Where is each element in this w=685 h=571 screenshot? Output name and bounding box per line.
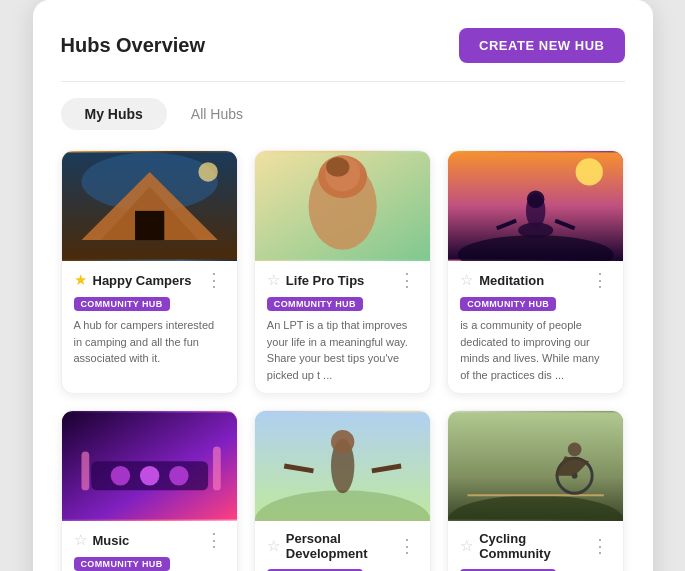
hub-image-personal-development: [255, 411, 430, 521]
hub-grid: ★Happy Campers⋮COMMUNITY HUBA hub for ca…: [61, 150, 625, 571]
hub-title-left-music: ☆Music: [74, 531, 130, 549]
svg-point-16: [527, 190, 545, 208]
tabs-bar: My Hubs All Hubs: [61, 98, 625, 130]
hub-title-text: Life Pro Tips: [286, 273, 365, 288]
hub-title-text: Happy Campers: [93, 273, 192, 288]
hub-title-row-cycling-community: ☆Cycling Community⋮: [460, 531, 611, 561]
hub-image-happy-campers: [62, 151, 237, 261]
hub-badge: COMMUNITY HUB: [74, 297, 170, 311]
hub-title-left-personal-development: ☆Personal Development: [267, 531, 396, 561]
hub-card-life-pro-tips: ☆Life Pro Tips⋮COMMUNITY HUBAn LPT is a …: [254, 150, 431, 394]
hub-body-music: ☆Music⋮COMMUNITY HUBA discussion on all …: [62, 521, 237, 571]
tab-my-hubs[interactable]: My Hubs: [61, 98, 167, 130]
header: Hubs Overview CREATE NEW HUB: [61, 28, 625, 63]
hub-card-meditation: ☆Meditation⋮COMMUNITY HUBis a community …: [447, 150, 624, 394]
svg-point-10: [326, 157, 349, 176]
star-filled-icon[interactable]: ★: [74, 271, 87, 289]
hub-image-music: [62, 411, 237, 521]
hub-description: is a community of people dedicated to im…: [460, 317, 611, 383]
hub-more-icon[interactable]: ⋮: [396, 271, 418, 289]
hub-body-happy-campers: ★Happy Campers⋮COMMUNITY HUBA hub for ca…: [62, 261, 237, 377]
hub-body-life-pro-tips: ☆Life Pro Tips⋮COMMUNITY HUBAn LPT is a …: [255, 261, 430, 393]
star-empty-icon[interactable]: ☆: [267, 537, 280, 555]
hub-badge: COMMUNITY HUB: [460, 297, 556, 311]
hub-image-life-pro-tips: [255, 151, 430, 261]
svg-rect-4: [135, 211, 164, 240]
hub-more-icon[interactable]: ⋮: [589, 271, 611, 289]
hub-title-row-music: ☆Music⋮: [74, 531, 225, 549]
hub-title-row-personal-development: ☆Personal Development⋮: [267, 531, 418, 561]
svg-point-21: [110, 466, 129, 485]
svg-point-22: [139, 466, 158, 485]
hub-image-meditation: [448, 151, 623, 261]
hub-title-row-meditation: ☆Meditation⋮: [460, 271, 611, 289]
svg-point-13: [576, 158, 603, 185]
svg-point-5: [198, 162, 217, 181]
hub-more-icon[interactable]: ⋮: [396, 537, 418, 555]
hub-body-meditation: ☆Meditation⋮COMMUNITY HUBis a community …: [448, 261, 623, 393]
hub-description: An LPT is a tip that improves your life …: [267, 317, 418, 383]
header-divider: [61, 81, 625, 82]
hub-description: A hub for campers interested in camping …: [74, 317, 225, 367]
hub-badge: COMMUNITY HUB: [267, 297, 363, 311]
hub-image-cycling-community: [448, 411, 623, 521]
hub-card-cycling-community: ☆Cycling Community⋮COMMUNITY HUBFor thos…: [447, 410, 624, 571]
star-empty-icon[interactable]: ☆: [460, 537, 473, 555]
hub-more-icon[interactable]: ⋮: [203, 531, 225, 549]
hub-title-text: Cycling Community: [479, 531, 589, 561]
tab-all-hubs[interactable]: All Hubs: [167, 98, 267, 130]
create-new-hub-button[interactable]: CREATE NEW HUB: [459, 28, 624, 63]
hub-card-happy-campers: ★Happy Campers⋮COMMUNITY HUBA hub for ca…: [61, 150, 238, 394]
hub-card-personal-development: ☆Personal Development⋮COMMUNITY HUBSelf …: [254, 410, 431, 571]
hubs-overview-panel: Hubs Overview CREATE NEW HUB My Hubs All…: [33, 0, 653, 571]
hub-title-text: Meditation: [479, 273, 544, 288]
hub-title-text: Music: [93, 533, 130, 548]
hub-title-left-happy-campers: ★Happy Campers: [74, 271, 192, 289]
star-empty-icon[interactable]: ☆: [267, 271, 280, 289]
hub-body-personal-development: ☆Personal Development⋮COMMUNITY HUBSelf …: [255, 521, 430, 571]
star-empty-icon[interactable]: ☆: [460, 271, 473, 289]
svg-rect-25: [212, 447, 220, 491]
hub-more-icon[interactable]: ⋮: [203, 271, 225, 289]
hub-more-icon[interactable]: ⋮: [589, 537, 611, 555]
hub-title-row-life-pro-tips: ☆Life Pro Tips⋮: [267, 271, 418, 289]
hub-body-cycling-community: ☆Cycling Community⋮COMMUNITY HUBFor thos…: [448, 521, 623, 571]
svg-point-38: [568, 443, 582, 457]
hub-title-left-cycling-community: ☆Cycling Community: [460, 531, 589, 561]
hub-title-row-happy-campers: ★Happy Campers⋮: [74, 271, 225, 289]
star-empty-icon[interactable]: ☆: [74, 531, 87, 549]
hub-title-text: Personal Development: [286, 531, 396, 561]
svg-point-29: [331, 430, 354, 453]
hub-title-left-meditation: ☆Meditation: [460, 271, 544, 289]
page-title: Hubs Overview: [61, 34, 206, 57]
hub-card-music: ☆Music⋮COMMUNITY HUBA discussion on all …: [61, 410, 238, 571]
hub-badge: COMMUNITY HUB: [74, 557, 170, 571]
svg-rect-24: [81, 451, 89, 490]
svg-point-23: [169, 466, 188, 485]
hub-title-left-life-pro-tips: ☆Life Pro Tips: [267, 271, 365, 289]
